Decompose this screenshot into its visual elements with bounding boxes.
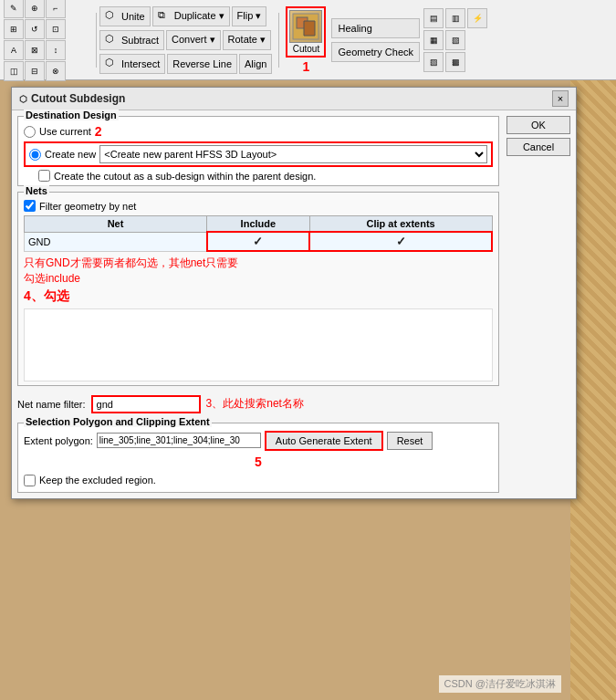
dialog-icon: ⬡ <box>19 94 27 104</box>
toolbar-icon-12[interactable]: ⊗ <box>46 61 66 81</box>
subdesign-checkbox-row: Create the cutout as a sub-design within… <box>38 170 493 182</box>
cutout-subdesign-dialog: ⬡ Cutout Subdesign × Destination Design … <box>11 87 577 499</box>
intersect-button[interactable]: ⬡ Intersect <box>99 54 165 74</box>
toolbar-icon-10[interactable]: ◫ <box>4 61 24 81</box>
toolbar-sep-2 <box>278 13 279 68</box>
step-1-annotation: 1 <box>303 59 310 74</box>
toolbar-right-icon-4[interactable]: ▦ <box>423 30 444 50</box>
reverse-line-button[interactable]: Reverse Line <box>167 54 237 74</box>
gnd-include-check: ✓ <box>253 235 263 248</box>
toolbar-icon-1[interactable]: ✎ <box>4 0 24 18</box>
convert-button[interactable]: Convert ▾ <box>166 30 221 50</box>
create-new-select[interactable]: <Create new parent HFSS 3D Layout> <box>99 145 487 163</box>
use-current-label: Use current <box>39 126 91 137</box>
extent-row: Extent polygon: line_305;line_301;line_3… <box>24 431 493 451</box>
step-5-annotation: 5 <box>24 454 493 469</box>
dialog-main: Destination Design Use current 2 Create … <box>17 116 499 493</box>
toolbar-right-icon-3[interactable]: ⚡ <box>467 8 487 28</box>
dialog-close-button[interactable]: × <box>552 90 569 107</box>
use-current-radio[interactable] <box>24 126 36 138</box>
cancel-button[interactable]: Cancel <box>506 138 570 156</box>
extent-value: line_305;line_301;line_304;line_30 <box>97 433 261 448</box>
net-col-header: Net <box>25 216 207 233</box>
step-2-annotation: 2 <box>95 124 102 139</box>
toolbar-left-icons: ✎ ⊕ ⌐ ⊞ ↺ ⊡ A ⊠ ↕ ◫ ⊟ ⊗ <box>4 0 86 81</box>
selection-polygon-section: Selection Polygon and Clipping Extent Ex… <box>17 423 499 493</box>
ok-button[interactable]: OK <box>506 116 570 134</box>
gnd-net-name: GND <box>25 232 207 251</box>
toolbar-right-icon-6[interactable]: ▨ <box>423 52 444 72</box>
filter-label: Net name filter: <box>17 399 86 410</box>
dialog-buttons: OK Cancel <box>506 116 570 493</box>
intersect-icon: ⬡ <box>105 57 120 71</box>
filter-row: Net name filter: 3、此处搜索net名称 <box>17 392 499 417</box>
flip-button[interactable]: Flip ▾ <box>232 6 267 26</box>
gnd-net-row: GND ✓ ✓ <box>25 232 493 251</box>
toolbar-icon-8[interactable]: ⊠ <box>25 40 45 60</box>
step-4-annotation: 4、勾选 <box>24 288 493 305</box>
filter-geometry-checkbox[interactable] <box>24 200 36 212</box>
extent-label: Extent polygon: <box>24 435 93 446</box>
nets-list-area <box>24 308 493 381</box>
cutout-button[interactable]: Cutout <box>286 6 326 57</box>
create-new-label: Create new <box>45 149 96 160</box>
nets-section: Nets Filter geometry by net Net Include … <box>17 192 499 386</box>
keep-excluded-row: Keep the excluded region. <box>24 475 493 486</box>
filter-geometry-row: Filter geometry by net <box>24 200 493 212</box>
create-new-radio[interactable] <box>29 149 41 161</box>
destination-design-section: Destination Design Use current 2 Create … <box>17 116 499 186</box>
toolbar-mid-buttons: ⬡ Unite ⧉ Duplicate ▾ Flip ▾ ⬡ Subtract … <box>99 5 272 76</box>
toolbar: ✎ ⊕ ⌐ ⊞ ↺ ⊡ A ⊠ ↕ ◫ ⊟ ⊗ ⬡ Unite ⧉ Duplic… <box>0 0 616 80</box>
toolbar-icon-3[interactable]: ⌐ <box>46 0 66 18</box>
nets-table: Net Include Clip at extents GND ✓ <box>24 215 493 252</box>
toolbar-icon-4[interactable]: ⊞ <box>4 19 24 39</box>
healing-button[interactable]: Healing <box>331 18 420 38</box>
subtract-button[interactable]: ⬡ Subtract <box>99 30 164 50</box>
pcb-background <box>570 0 616 700</box>
destination-section-label: Destination Design <box>24 110 119 120</box>
toolbar-right-icon-2[interactable]: ▥ <box>445 8 465 28</box>
toolbar-icon-5[interactable]: ↺ <box>25 19 45 39</box>
gnd-clip-check: ✓ <box>396 235 406 248</box>
toolbar-icon-11[interactable]: ⊟ <box>25 61 45 81</box>
subdesign-checkbox[interactable] <box>38 170 50 182</box>
net-name-filter-input[interactable] <box>91 395 201 413</box>
dialog-title: ⬡ Cutout Subdesign <box>19 92 125 105</box>
reset-button[interactable]: Reset <box>387 432 433 450</box>
auto-generate-button[interactable]: Auto Generate Extent <box>265 431 383 451</box>
toolbar-right-icon-7[interactable]: ▩ <box>445 52 465 72</box>
toolbar-right-icon-1[interactable]: ▤ <box>423 8 444 28</box>
toolbar-icon-7[interactable]: A <box>4 40 24 60</box>
use-current-row: Use current 2 <box>24 124 493 139</box>
dialog-titlebar: ⬡ Cutout Subdesign × <box>12 88 576 110</box>
unite-button[interactable]: ⬡ Unite <box>99 6 151 26</box>
keep-excluded-label: Keep the excluded region. <box>39 475 156 486</box>
filter-geometry-label: Filter geometry by net <box>39 201 136 212</box>
toolbar-icon-6[interactable]: ⊡ <box>46 19 66 39</box>
geometry-check-button[interactable]: Geometry Check <box>331 42 420 62</box>
toolbar-icon-2[interactable]: ⊕ <box>25 0 45 18</box>
chinese-annotation: 只有GND才需要两者都勾选，其他net只需要 勾选include <box>24 256 493 287</box>
step-3-annotation: 3、此处搜索net名称 <box>206 396 304 412</box>
selection-section-label: Selection Polygon and Clipping Extent <box>24 416 212 427</box>
cutout-icon <box>289 10 322 43</box>
subtract-icon: ⬡ <box>105 33 120 47</box>
dialog-body: Destination Design Use current 2 Create … <box>12 110 576 498</box>
nets-section-label: Nets <box>24 185 49 196</box>
toolbar-icon-9[interactable]: ↕ <box>46 40 66 60</box>
align-button[interactable]: Align <box>239 54 272 74</box>
duplicate-icon: ⧉ <box>158 9 172 24</box>
unite-icon: ⬡ <box>105 9 120 24</box>
clip-col-header: Clip at extents <box>309 216 492 233</box>
duplicate-button[interactable]: ⧉ Duplicate ▾ <box>152 6 230 26</box>
create-new-row: Create new <Create new parent HFSS 3D La… <box>24 141 493 167</box>
keep-excluded-checkbox[interactable] <box>24 475 36 486</box>
toolbar-right-icon-5[interactable]: ▧ <box>445 30 465 50</box>
toolbar-sep-1 <box>96 13 97 68</box>
include-col-header: Include <box>207 216 310 233</box>
rotate-button[interactable]: Rotate ▾ <box>223 30 271 50</box>
watermark: CSDN @洁仔爱吃冰淇淋 <box>439 675 561 693</box>
subdesign-label: Create the cutout as a sub-design within… <box>54 171 316 182</box>
cutout-label: Cutout <box>293 44 319 54</box>
